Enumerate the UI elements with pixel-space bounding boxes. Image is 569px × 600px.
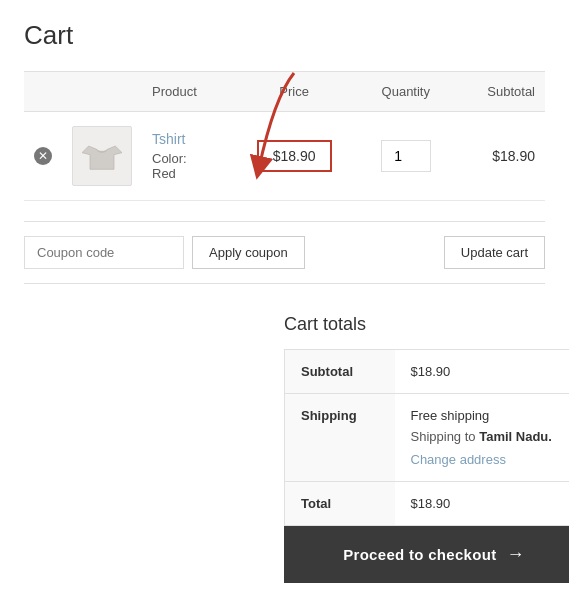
price-cell: $18.90	[230, 112, 359, 201]
coupon-input[interactable]	[24, 236, 184, 269]
totals-shipping-row: Shipping Free shipping Shipping to Tamil…	[285, 394, 570, 482]
shipping-place: Tamil Nadu.	[479, 429, 552, 444]
totals-subtotal-row: Subtotal $18.90	[285, 350, 570, 394]
coupon-row: Apply coupon Update cart	[24, 221, 545, 284]
col-header-img	[62, 72, 142, 112]
col-header-quantity: Quantity	[358, 72, 453, 112]
coupon-left: Apply coupon	[24, 236, 305, 269]
subtotal-cell: $18.90	[453, 112, 545, 201]
checkout-label: Proceed to checkout	[343, 546, 496, 563]
tshirt-icon	[82, 136, 122, 176]
total-amount: $18.90	[395, 482, 570, 526]
update-cart-button[interactable]: Update cart	[444, 236, 545, 269]
product-link[interactable]: Tshirt	[152, 131, 220, 147]
price-box: $18.90	[257, 140, 332, 172]
subtotal-value: $18.90	[492, 148, 535, 164]
table-header-row: Product Price Quantity Subtotal	[24, 72, 545, 112]
shipping-info: Free shipping Shipping to Tamil Nadu. Ch…	[395, 394, 570, 482]
product-image-cell	[62, 112, 142, 201]
remove-cell: ✕	[24, 112, 62, 201]
cart-table: Product Price Quantity Subtotal ✕	[24, 71, 545, 201]
shipping-label: Shipping	[285, 394, 395, 482]
checkout-button-wrap: Proceed to checkout →	[284, 526, 569, 583]
cart-totals-section: Cart totals Subtotal $18.90 Shipping Fre…	[284, 314, 569, 526]
subtotal-label: Subtotal	[285, 350, 395, 394]
shipping-to-text: Shipping to	[411, 429, 476, 444]
page-title: Cart	[24, 20, 545, 51]
free-shipping-text: Free shipping	[411, 408, 490, 423]
product-color: Color: Red	[152, 151, 220, 181]
checkout-arrow-icon: →	[506, 544, 524, 565]
col-header-empty	[24, 72, 62, 112]
cart-totals-title: Cart totals	[284, 314, 569, 335]
totals-table: Subtotal $18.90 Shipping Free shipping S…	[284, 349, 569, 526]
change-address-link[interactable]: Change address	[411, 452, 568, 467]
quantity-cell	[358, 112, 453, 201]
quantity-input[interactable]	[381, 140, 431, 172]
apply-coupon-button[interactable]: Apply coupon	[192, 236, 305, 269]
col-header-product: Product	[142, 72, 230, 112]
product-image	[72, 126, 132, 186]
table-row: ✕ Tshirt Color: Red	[24, 112, 545, 201]
subtotal-amount: $18.90	[395, 350, 570, 394]
totals-total-row: Total $18.90	[285, 482, 570, 526]
price-value: $18.90	[273, 148, 316, 164]
color-label: Color:	[152, 151, 187, 166]
checkout-button[interactable]: Proceed to checkout →	[284, 526, 569, 583]
color-value: Red	[152, 166, 176, 181]
product-name-cell: Tshirt Color: Red	[142, 112, 230, 201]
shipping-destination: Shipping to Tamil Nadu.	[411, 429, 568, 444]
remove-item-button[interactable]: ✕	[34, 147, 52, 165]
total-label: Total	[285, 482, 395, 526]
col-header-price: Price	[230, 72, 359, 112]
col-header-subtotal: Subtotal	[453, 72, 545, 112]
